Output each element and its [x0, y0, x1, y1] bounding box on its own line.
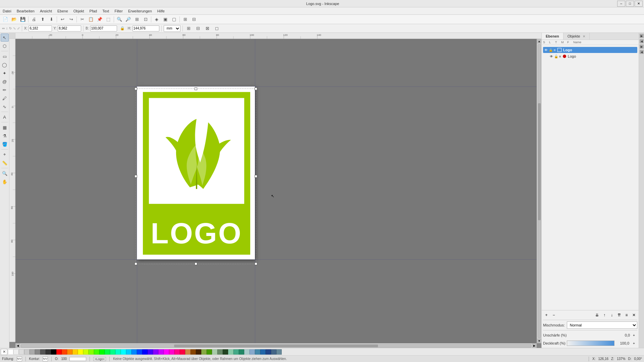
redo-button[interactable]: ↪: [67, 16, 75, 23]
hscroll-thumb[interactable]: [174, 345, 378, 347]
transform-x-button[interactable]: ⊞: [185, 25, 193, 32]
paste-button[interactable]: 📌: [96, 16, 104, 23]
layer-to-bottom-button[interactable]: ⇊: [594, 312, 600, 318]
group-button[interactable]: ▣: [161, 16, 169, 23]
open-button[interactable]: 📂: [10, 16, 18, 23]
pan-tool[interactable]: ✋: [1, 178, 9, 186]
add-layer-button[interactable]: +: [543, 312, 550, 318]
y-coord-input[interactable]: [58, 25, 81, 32]
zoom-out-button[interactable]: 🔎: [124, 16, 132, 23]
lock-aspect-button[interactable]: 🔒: [118, 25, 126, 32]
x-coord-input[interactable]: [29, 25, 52, 32]
color-swatch-15[interactable]: [89, 349, 94, 355]
hscroll-track[interactable]: [21, 344, 531, 348]
blur-add-button[interactable]: +: [631, 332, 637, 339]
blend-mode-select[interactable]: Normal Multiply Screen Overlay: [567, 321, 637, 329]
node-tool[interactable]: ⬡: [1, 42, 9, 50]
color-swatch-25[interactable]: [142, 349, 148, 355]
color-swatch-19[interactable]: [110, 349, 115, 355]
color-swatch-41[interactable]: [228, 349, 233, 355]
ellipse-tool[interactable]: ◯: [1, 61, 9, 69]
spiral-tool[interactable]: @: [1, 77, 9, 85]
color-swatch-13[interactable]: [78, 349, 83, 355]
color-swatch-34[interactable]: [191, 349, 196, 355]
horizontal-scrollbar[interactable]: ◀ ▶: [15, 343, 537, 348]
opacity-bar[interactable]: [567, 341, 614, 346]
color-swatch-6[interactable]: [40, 349, 46, 355]
paint-bucket-tool[interactable]: 🪣: [1, 140, 9, 148]
sel-handle-bm[interactable]: [195, 262, 197, 265]
zoom-tool[interactable]: 🔍: [1, 169, 9, 177]
new-button[interactable]: 📄: [1, 16, 9, 23]
layer-settings-button[interactable]: ≡: [623, 312, 630, 318]
color-swatch-50[interactable]: [276, 349, 282, 355]
star-tool[interactable]: ✦: [1, 69, 9, 77]
measure-tool[interactable]: 📏: [1, 159, 9, 167]
layer-down-button[interactable]: ↓: [608, 312, 615, 318]
layer-item-logo-child[interactable]: 👁 🔓 ≡ Logo: [548, 53, 637, 59]
strip-btn-2[interactable]: ◀: [640, 39, 644, 43]
color-swatch-46[interactable]: [255, 349, 260, 355]
vscroll-thumb[interactable]: [538, 103, 541, 221]
pen-tool[interactable]: 🖊: [1, 94, 9, 102]
menu-item-filter[interactable]: Filter: [112, 7, 125, 14]
menu-item-datei[interactable]: Datei: [0, 7, 14, 14]
layer-up-button[interactable]: ↑: [601, 312, 608, 318]
minimize-button[interactable]: –: [617, 1, 625, 7]
color-swatch-37[interactable]: [207, 349, 212, 355]
menu-item-ebene[interactable]: Ebene: [55, 7, 71, 14]
vertical-scrollbar[interactable]: ▲ ▼: [537, 39, 541, 343]
unit-select[interactable]: mm px cm: [164, 25, 180, 32]
vscroll-track[interactable]: [538, 44, 541, 338]
color-swatch-23[interactable]: [131, 349, 137, 355]
color-swatch-43[interactable]: [239, 349, 244, 355]
color-swatch-17[interactable]: [99, 349, 105, 355]
color-swatch-12[interactable]: [72, 349, 78, 355]
ungroup-button[interactable]: ▢: [170, 16, 178, 23]
color-swatch-11[interactable]: [67, 349, 72, 355]
color-swatch-5[interactable]: [35, 349, 40, 355]
transform-w-button[interactable]: ⊠: [204, 25, 212, 32]
scroll-left-button[interactable]: ◀: [15, 344, 20, 348]
transform-h-button[interactable]: ◻: [213, 25, 221, 32]
color-swatch-42[interactable]: [233, 349, 239, 355]
cut-button[interactable]: ✂: [78, 16, 86, 23]
color-swatch-26[interactable]: [148, 349, 153, 355]
b-coord-input[interactable]: [90, 25, 117, 32]
canvas-background[interactable]: LOGO ↖: [15, 39, 537, 343]
tab-ebenen[interactable]: Ebenen: [542, 33, 564, 40]
color-swatch-18[interactable]: [105, 349, 110, 355]
menu-item-pfad[interactable]: Pfad: [87, 7, 100, 14]
layer-item-logo-group[interactable]: 👁 🔓 ≡ Logo: [543, 47, 637, 53]
color-swatch-49[interactable]: [271, 349, 276, 355]
close-button[interactable]: ✕: [635, 1, 643, 7]
color-swatch-20[interactable]: [115, 349, 121, 355]
color-swatch-0[interactable]: [8, 349, 13, 355]
color-swatch-9[interactable]: [56, 349, 62, 355]
menu-item-bearbeiten[interactable]: Bearbeiten: [14, 7, 37, 14]
remove-layer-button[interactable]: −: [550, 312, 557, 318]
export-button[interactable]: ⬇: [47, 16, 55, 23]
menu-item-objekt[interactable]: Objekt: [71, 7, 87, 14]
copy-button[interactable]: 📋: [87, 16, 95, 23]
layer-visibility-icon-1[interactable]: 👁: [544, 48, 548, 52]
scroll-down-button[interactable]: ▼: [537, 339, 542, 343]
strip-btn-3[interactable]: ▶: [640, 45, 644, 49]
maximize-button[interactable]: □: [626, 1, 634, 7]
color-swatch-22[interactable]: [126, 349, 131, 355]
color-swatch-3[interactable]: [24, 349, 30, 355]
color-swatch-29[interactable]: [164, 349, 169, 355]
color-swatch-33[interactable]: [185, 349, 191, 355]
color-swatch-21[interactable]: [121, 349, 126, 355]
color-swatch-36[interactable]: [201, 349, 207, 355]
fill-color-swatch[interactable]: N/V: [17, 357, 22, 361]
zoom-sel-button[interactable]: ⊡: [142, 16, 150, 23]
color-swatch-47[interactable]: [260, 349, 266, 355]
opacity-add-button[interactable]: +: [631, 340, 637, 347]
pencil-tool[interactable]: ✏: [1, 86, 9, 94]
color-swatch-32[interactable]: [180, 349, 185, 355]
no-color-button[interactable]: ✕: [1, 349, 7, 355]
menu-item-ansicht[interactable]: Ansicht: [37, 7, 55, 14]
node-edit-button[interactable]: ◈: [153, 16, 161, 23]
dropper-tool[interactable]: ⚗: [1, 132, 9, 140]
